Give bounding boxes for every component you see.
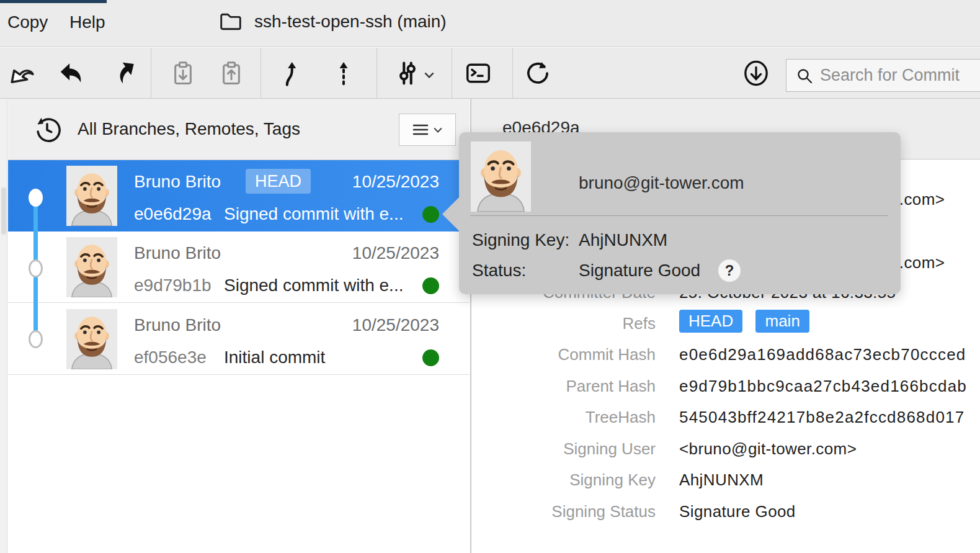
- signed-status-dot: [422, 206, 439, 223]
- detail-value: 545043bff24217b8e2a2fccd868d017: [679, 408, 964, 427]
- signed-status-dot: [422, 349, 439, 366]
- detail-value: e9d79b1bbc9caa27cb43ed166bcdab: [679, 377, 967, 396]
- ref-badge-main: main: [755, 310, 809, 333]
- commit-author: Bruno Brito: [134, 243, 221, 263]
- menu-item-help[interactable]: Help: [69, 12, 105, 32]
- apply-stash-icon: [218, 59, 245, 88]
- menu-item-copy[interactable]: Copy: [7, 12, 48, 32]
- compare-branches-icon: [393, 59, 422, 88]
- detail-label: Signing Key: [474, 470, 656, 490]
- detail-row-signing-key: Signing Key AhjNUNXM: [474, 470, 980, 490]
- detail-value: AhjNUNXM: [679, 470, 764, 490]
- detail-row-signing-user: Signing User <bruno@git-tower.com>: [474, 439, 980, 459]
- tower-git-client-window: Copy Help ssh-test-open-ssh (main): [0, 0, 980, 553]
- compare-branches-button[interactable]: [390, 48, 438, 99]
- signing-key-label: Signing Key:: [472, 230, 569, 250]
- detail-label: Parent Hash: [474, 377, 656, 396]
- history-clock-icon: [33, 115, 61, 143]
- view-options-button[interactable]: [399, 114, 456, 146]
- merge-icon: [277, 59, 306, 88]
- search-icon: [795, 66, 814, 85]
- open-terminal-button[interactable]: [461, 48, 495, 99]
- rebase-icon: [329, 59, 358, 88]
- commit-row-ef056e3e[interactable]: Bruno Brito 10/25/2023 ef056e3e Initial …: [8, 303, 470, 375]
- detail-row-refs: Refs HEAD main: [474, 312, 980, 333]
- refresh-button[interactable]: [521, 48, 555, 99]
- commit-search[interactable]: [786, 59, 980, 92]
- toolbar-separator: [151, 48, 151, 99]
- branch-filter-header: All Branches, Remotes, Tags: [8, 99, 470, 160]
- toolbar-separator: [376, 48, 377, 99]
- pull-button[interactable]: [55, 48, 88, 99]
- avatar: [66, 309, 117, 369]
- stash-icon: [169, 59, 197, 88]
- signed-status-dot: [422, 277, 439, 294]
- commit-date: 10/25/2023: [318, 243, 439, 263]
- detail-label: Commit Hash: [474, 345, 656, 364]
- detail-label: Refs: [474, 314, 656, 333]
- help-question-icon[interactable]: ?: [718, 259, 741, 282]
- avatar: [66, 237, 117, 297]
- push-button[interactable]: [105, 48, 139, 99]
- head-badge: HEAD: [246, 169, 311, 194]
- commit-hash-short: ef056e3e: [134, 348, 207, 367]
- commit-author: Bruno Brito: [134, 315, 221, 335]
- toolbar-separator: [512, 48, 513, 99]
- window-edge-accent: [0, 0, 107, 3]
- jump-to-head-button[interactable]: [742, 48, 770, 99]
- repo-title: ssh-test-open-ssh (main): [254, 12, 447, 32]
- ref-badge-head: HEAD: [679, 310, 742, 333]
- left-edge-rail: [0, 99, 7, 553]
- discard-button[interactable]: [5, 48, 38, 99]
- detail-row-commit-hash: Commit Hash e0e6d29a169add68ac73ecb70ccc…: [474, 345, 980, 364]
- commit-graph-node: [29, 189, 43, 207]
- commit-message: Signed commit with e...: [224, 204, 403, 224]
- hamburger-icon: [412, 124, 429, 136]
- commit-author: Bruno Brito: [134, 172, 221, 192]
- branch-filter-title: All Branches, Remotes, Tags: [78, 119, 300, 139]
- chevron-down-icon: [434, 127, 442, 133]
- push-icon: [108, 59, 136, 88]
- commit-date: 10/25/2023: [318, 172, 439, 192]
- repo-chip[interactable]: ssh-test-open-ssh (main): [218, 9, 447, 35]
- commit-history-list: Bruno Brito HEAD 10/25/2023 e0e6d29a Sig…: [8, 160, 470, 553]
- detail-value: <bruno@git-tower.com>: [679, 439, 857, 459]
- signer-email: bruno@git-tower.com: [579, 173, 744, 193]
- commit-hash-short: e9d79b1b: [134, 276, 212, 295]
- rebase-button[interactable]: [327, 48, 360, 99]
- merge-button[interactable]: [275, 48, 308, 99]
- commit-hash-short: e0e6d29a: [134, 204, 212, 224]
- stash-button[interactable]: [166, 48, 200, 99]
- detail-label: Signing Status: [474, 502, 656, 521]
- detail-row-parent-hash: Parent Hash e9d79b1bbc9caa27cb43ed166bcd…: [474, 377, 980, 396]
- tooltip-divider: [470, 215, 888, 216]
- commit-message: Initial commit: [224, 348, 325, 367]
- avatar: [66, 166, 117, 226]
- apply-stash-button[interactable]: [215, 48, 248, 99]
- jump-to-head-icon: [742, 58, 770, 88]
- commit-row-e9d79b1b[interactable]: Bruno Brito 10/25/2023 e9d79b1b Signed c…: [8, 232, 470, 303]
- detail-value: e0e6d29a169add68ac73ecb70ccced: [679, 345, 966, 364]
- rail-scrollbar-thumb[interactable]: [1, 187, 6, 235]
- commit-graph-node: [29, 259, 43, 277]
- commit-graph-node: [29, 330, 43, 348]
- discard-icon: [7, 59, 36, 88]
- signature-tooltip: bruno@git-tower.com Signing Key: AhjNUNX…: [459, 132, 901, 294]
- toolbar: [0, 48, 980, 99]
- tooltip-arrow: [442, 197, 459, 231]
- commit-message: Signed commit with e...: [224, 276, 403, 295]
- status-label: Status:: [472, 261, 526, 281]
- detail-label: Signing User: [474, 439, 656, 459]
- terminal-icon: [463, 59, 493, 88]
- commit-row-e0e6d29a[interactable]: Bruno Brito HEAD 10/25/2023 e0e6d29a Sig…: [8, 160, 470, 232]
- folder-icon: [218, 9, 243, 35]
- status-value: Signature Good: [579, 261, 700, 281]
- avatar: [471, 142, 531, 212]
- search-input[interactable]: [820, 66, 980, 85]
- menu-bar: Copy Help ssh-test-open-ssh (main): [0, 0, 980, 47]
- toolbar-separator: [452, 48, 452, 99]
- chevron-down-icon: [424, 72, 434, 78]
- detail-row-tree-hash: TreeHash 545043bff24217b8e2a2fccd868d017: [474, 408, 980, 427]
- detail-row-signing-status: Signing Status Signature Good: [474, 502, 980, 521]
- signing-key-value: AhjNUNXM: [579, 230, 667, 250]
